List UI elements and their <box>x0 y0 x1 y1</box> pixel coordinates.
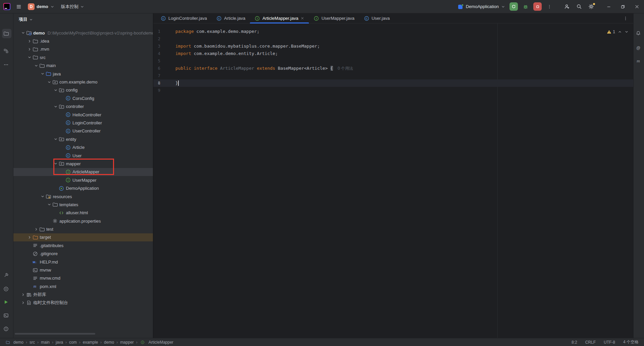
breadcrumb-com[interactable]: com <box>69 340 77 345</box>
status-encoding[interactable]: UTF-8 <box>604 340 615 345</box>
code-line-1[interactable]: 1package com.example.demo.mapper; <box>153 28 633 35</box>
code-line-7[interactable]: 7 <box>153 72 633 79</box>
vcs-widget[interactable]: 版本控制 <box>58 3 87 11</box>
tab-User.java[interactable]: CUser.java <box>359 13 394 23</box>
tree-item-src[interactable]: src <box>13 53 153 61</box>
stripe-button-terminal[interactable] <box>2 311 11 320</box>
breadcrumb-main[interactable]: main <box>41 340 50 345</box>
code-line-8[interactable]: 8} <box>153 79 633 87</box>
tree-item-UserController[interactable]: CUserController <box>13 127 153 135</box>
stripe-button-maven[interactable]: m <box>634 56 644 65</box>
stripe-button-project-folder[interactable] <box>2 29 11 38</box>
breadcrumb-src[interactable]: src <box>30 340 35 345</box>
tab-LoginController.java[interactable]: CLoginController.java <box>156 13 212 23</box>
tab-ArticleMapper.java[interactable]: IArticleMapper.java <box>250 13 309 23</box>
tab-options-button[interactable] <box>618 13 633 23</box>
chevron-open-icon[interactable] <box>27 55 33 59</box>
stripe-button-ai-assistant[interactable]: @ <box>634 43 644 53</box>
chevron-closed-icon[interactable] <box>27 39 33 43</box>
run-configuration-selector[interactable]: DemoApplication <box>455 4 508 9</box>
stripe-button-services[interactable] <box>2 297 11 307</box>
code-line-3[interactable]: 3import com.baomidou.mybatisplus.core.ma… <box>153 43 633 50</box>
status-line-separator[interactable]: CRLF <box>585 340 596 345</box>
tab-close-icon[interactable] <box>301 16 304 20</box>
tree-item-.idea[interactable]: .idea <box>13 37 153 45</box>
code-line-5[interactable]: 5 <box>153 57 633 65</box>
tree-item-HELP.md[interactable]: M↓HELP.md <box>13 258 153 266</box>
status-caret-position[interactable]: 8:2 <box>572 340 577 345</box>
tree-item-临时文件和控制台[interactable]: 临时文件和控制台 <box>13 299 153 307</box>
tree-item-demo[interactable]: demoD:\Mycode\MyProject\Blog\project-v1\… <box>13 29 153 37</box>
tree-item-java[interactable]: java <box>13 70 153 78</box>
chevron-closed-icon[interactable] <box>20 301 26 305</box>
tree-item-controller[interactable]: controller <box>13 103 153 111</box>
chevron-open-icon[interactable] <box>46 80 52 84</box>
minimize-button[interactable] <box>602 0 616 13</box>
tree-item-HelloController[interactable]: CHelloController <box>13 111 153 119</box>
tree-item-alluser.html[interactable]: alluser.html <box>13 209 153 217</box>
chevron-closed-icon[interactable] <box>33 227 39 231</box>
main-menu-button[interactable] <box>14 2 24 12</box>
tree-item-test[interactable]: test <box>13 225 153 233</box>
code-editor[interactable]: 1package com.example.demo.mapper;23impor… <box>153 23 633 338</box>
tree-item-DemoApplication[interactable]: DemoApplication <box>13 184 153 192</box>
tree-item-外部库[interactable]: 外部库 <box>13 291 153 299</box>
tab-Article.java[interactable]: CArticle.java <box>212 13 250 23</box>
chevron-open-icon[interactable] <box>20 31 26 35</box>
tree-item-UserMapper[interactable]: IUserMapper <box>13 176 153 184</box>
tree-item-CorsConfig[interactable]: CCorsConfig <box>13 94 153 102</box>
chevron-open-icon[interactable] <box>53 105 59 109</box>
settings-button[interactable] <box>586 2 596 11</box>
code-with-me-button[interactable] <box>562 2 572 11</box>
maximize-button[interactable] <box>616 0 630 13</box>
chevron-open-icon[interactable] <box>40 72 46 76</box>
chevron-open-icon[interactable] <box>33 64 39 68</box>
tree-item-com.example.demo[interactable]: com.example.demo <box>13 78 153 86</box>
breadcrumb-java[interactable]: java <box>56 340 63 345</box>
more-actions-button[interactable] <box>545 2 554 11</box>
debug-button[interactable] <box>521 2 530 11</box>
stripe-button-build-hammer[interactable] <box>2 271 11 280</box>
tree-item-Article[interactable]: CArticle <box>13 143 153 151</box>
stripe-button-notifications-bell[interactable] <box>634 28 644 38</box>
horizontal-scrollbar[interactable] <box>15 333 95 335</box>
code-line-9[interactable]: 9 <box>153 87 633 94</box>
stripe-button-problems[interactable] <box>2 324 11 334</box>
stripe-button-more[interactable] <box>2 60 11 69</box>
breadcrumb-example[interactable]: example <box>83 340 98 345</box>
tree-item-.gitignore[interactable]: .gitignore <box>13 250 153 258</box>
tree-item-target[interactable]: target <box>13 233 153 241</box>
tree-item-config[interactable]: config <box>13 86 153 94</box>
tree-item-pom.xml[interactable]: mpom.xml <box>13 282 153 290</box>
chevron-closed-icon[interactable] <box>27 47 33 51</box>
tree-item-mvnw.cmd[interactable]: mvnw.cmd <box>13 274 153 282</box>
code-line-2[interactable]: 2 <box>153 35 633 43</box>
tree-item-.mvn[interactable]: .mvn <box>13 45 153 53</box>
breadcrumb-mapper[interactable]: mapper <box>120 340 134 345</box>
rerun-button[interactable] <box>509 2 518 11</box>
project-panel-header[interactable]: 项目 <box>13 13 153 25</box>
code-line-4[interactable]: 4import com.example.demo.entity.Article; <box>153 50 633 57</box>
chevron-open-icon[interactable] <box>53 137 59 141</box>
chevron-closed-icon[interactable] <box>20 293 26 297</box>
tree-item-mvnw[interactable]: mvnw <box>13 266 153 274</box>
tree-item-entity[interactable]: entity <box>13 135 153 143</box>
tree-item-main[interactable]: main <box>13 62 153 70</box>
stripe-button-structure[interactable] <box>2 46 11 56</box>
chevron-open-icon[interactable] <box>40 194 46 198</box>
stop-button[interactable] <box>533 2 542 11</box>
close-button[interactable] <box>630 0 644 13</box>
tree-item-LoginController[interactable]: CLoginController <box>13 119 153 127</box>
chevron-up-icon[interactable] <box>618 30 622 34</box>
stripe-button-run-window[interactable] <box>2 284 11 294</box>
breadcrumb-demo[interactable]: demo <box>5 340 23 345</box>
search-everywhere-button[interactable] <box>574 2 584 11</box>
code-line-6[interactable]: 6public interface ArticleMapper extends … <box>153 65 633 72</box>
breadcrumb-demo[interactable]: demo <box>104 340 114 345</box>
project-widget[interactable]: D demo <box>26 2 56 11</box>
tree-item-application.properties[interactable]: application.properties <box>13 217 153 225</box>
chevron-open-icon[interactable] <box>53 88 59 92</box>
tree-item-.gitattributes[interactable]: .gitattributes <box>13 241 153 249</box>
tab-UserMapper.java[interactable]: IUserMapper.java <box>309 13 359 23</box>
tree-item-resources[interactable]: resources <box>13 192 153 200</box>
